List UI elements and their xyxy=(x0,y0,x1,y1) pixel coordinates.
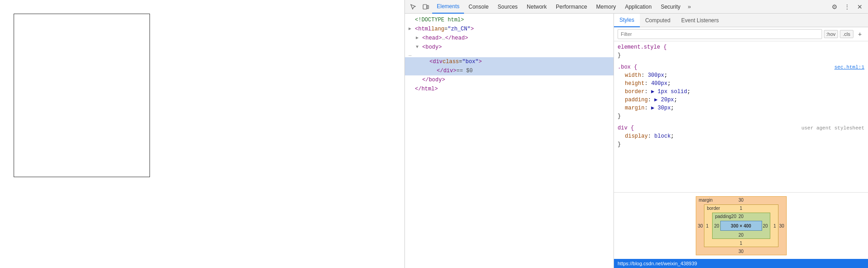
status-bar-url: https://blog.csdn.net/weixin_438939 xyxy=(618,261,697,266)
tab-sources[interactable]: Sources xyxy=(493,0,522,14)
bm-border-bottom: 1 xyxy=(740,241,743,246)
style-source-ua: user agent stylesheet xyxy=(801,124,864,132)
right-panel: Styles Computed Event Listeners :hov .cl… xyxy=(614,14,868,268)
style-source-link[interactable]: sec.html:1 xyxy=(834,63,864,71)
html-panel[interactable]: <!DOCTYPE html> ▶ <html lang="zh_CN"> ▶ … xyxy=(405,14,614,268)
html-line-div-close[interactable]: </div> == $0 xyxy=(405,66,614,75)
tab-application[interactable]: Application xyxy=(620,0,656,14)
devtools-body: <!DOCTYPE html> ▶ <html lang="zh_CN"> ▶ … xyxy=(405,14,868,268)
tab-security[interactable]: Security xyxy=(656,0,685,14)
pseudo-classes-button[interactable]: :hov xyxy=(824,30,838,38)
demo-box xyxy=(14,14,150,177)
inspect-icon[interactable] xyxy=(407,0,419,13)
bm-padding-label: padding20 xyxy=(715,214,737,219)
svg-rect-1 xyxy=(427,5,429,9)
bm-margin-label: margin xyxy=(699,198,713,203)
tab-memory[interactable]: Memory xyxy=(592,0,620,14)
html-line-body[interactable]: ▼ <body> xyxy=(405,43,614,52)
tab-computed[interactable]: Computed xyxy=(640,14,676,27)
tab-console[interactable]: Console xyxy=(464,0,493,14)
style-rule-element: element.style { } xyxy=(618,43,864,60)
close-devtools-button[interactable]: ✕ xyxy=(853,0,866,13)
bm-content-size: 300 × 400 xyxy=(731,223,751,228)
tab-network[interactable]: Network xyxy=(522,0,551,14)
settings-icon[interactable]: ⚙ xyxy=(828,0,841,13)
add-style-rule-button[interactable]: + xyxy=(855,30,864,39)
box-model-diagram: margin 30 30 30 30 border 1 1 1 1 xyxy=(696,196,787,255)
bm-padding-right: 20 xyxy=(763,223,768,228)
filter-bar: :hov .cls + xyxy=(614,27,868,41)
html-line-head[interactable]: ▶ <head>…</head> xyxy=(405,34,614,43)
svg-rect-0 xyxy=(423,5,427,9)
bm-margin-right: 30 xyxy=(779,223,784,228)
more-tabs-button[interactable]: » xyxy=(685,0,693,14)
html-line-body-close: </body> xyxy=(405,75,614,84)
tab-event-listeners[interactable]: Event Listeners xyxy=(676,14,724,27)
styles-content[interactable]: element.style { } .box { sec.html:1 widt… xyxy=(614,41,868,192)
bm-content: 300 × 400 xyxy=(720,221,762,231)
bm-padding-left: 20 xyxy=(714,223,719,228)
html-line-doctype: <!DOCTYPE html> xyxy=(405,15,614,25)
devtools-toolbar: Elements Console Sources Network Perform… xyxy=(405,0,868,14)
tab-elements[interactable]: Elements xyxy=(432,0,464,14)
box-model-area: margin 30 30 30 30 border 1 1 1 1 xyxy=(614,192,868,259)
bm-border-label: border xyxy=(707,206,720,211)
bm-margin-left: 30 xyxy=(698,223,703,228)
vertical-dots-icon[interactable]: ⋮ xyxy=(841,0,853,13)
bm-border-top: 1 xyxy=(740,206,743,211)
bm-padding-bottom: 20 xyxy=(738,233,743,238)
filter-input[interactable] xyxy=(618,29,822,39)
device-toggle-icon[interactable] xyxy=(419,0,432,13)
style-rule-div: div { user agent stylesheet display: blo… xyxy=(618,124,864,149)
devtools-panel: Elements Console Sources Network Perform… xyxy=(404,0,868,268)
html-line-div-box[interactable]: <div class="box"> xyxy=(405,57,614,66)
tab-styles[interactable]: Styles xyxy=(614,14,640,27)
status-bar: https://blog.csdn.net/weixin_438939 xyxy=(614,259,868,268)
page-preview-area xyxy=(0,0,404,268)
html-line-html: ▶ <html lang="zh_CN"> xyxy=(405,25,614,34)
cls-button[interactable]: .cls xyxy=(840,30,854,38)
bm-margin-top: 30 xyxy=(738,198,743,203)
style-rule-box: .box { sec.html:1 width: 300px; height: … xyxy=(618,63,864,120)
bm-border-left: 1 xyxy=(706,223,709,228)
bm-padding-top: 20 xyxy=(738,214,743,219)
right-panel-tabs: Styles Computed Event Listeners xyxy=(614,14,868,27)
bm-border-right: 1 xyxy=(773,223,776,228)
html-line-dots: … xyxy=(405,52,614,57)
html-line-html-close: </html> xyxy=(405,84,614,94)
tab-performance[interactable]: Performance xyxy=(551,0,592,14)
bm-margin-bottom: 30 xyxy=(738,249,743,254)
